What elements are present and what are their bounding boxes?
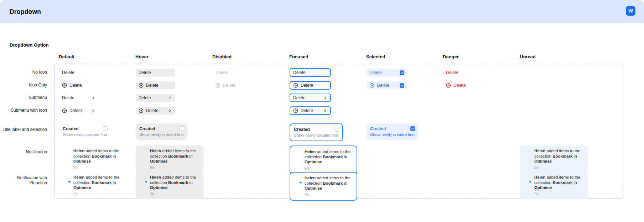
notification-text: Helen added items to the collection Book… bbox=[305, 149, 354, 171]
section-label: Dropdown Option bbox=[10, 42, 49, 48]
menu-item-icon-focused[interactable]: Delete bbox=[290, 81, 331, 90]
heart-reaction-icon bbox=[298, 180, 303, 185]
checkbox-checked[interactable] bbox=[400, 83, 404, 88]
arrow-right-circle-icon bbox=[139, 108, 144, 113]
menu-item-icon-hover[interactable]: Delete bbox=[136, 81, 175, 89]
menu-item-label: Delete bbox=[215, 70, 228, 75]
menu-item-no-icon-hover[interactable]: Delete bbox=[136, 69, 175, 76]
menu-item-icon-disabled: Delete bbox=[213, 81, 252, 89]
notification-text: Helen added items to the collection Book… bbox=[150, 175, 201, 196]
menu-item-icon-selected[interactable]: Delete bbox=[367, 81, 407, 89]
avatar bbox=[139, 175, 147, 183]
option-subtitle: Show newly created first bbox=[63, 132, 107, 137]
notification-text: Helen added items to the collection Book… bbox=[73, 148, 124, 170]
checkbox-checked[interactable] bbox=[400, 70, 404, 75]
menu-item-submenu-default[interactable]: Delete bbox=[59, 94, 98, 102]
column-header-default: Default bbox=[59, 54, 74, 59]
notification-unread[interactable]: Helen added items to the collection Book… bbox=[520, 146, 588, 173]
menu-item-no-icon-danger[interactable]: Delete bbox=[443, 69, 482, 76]
option-title: Created bbox=[139, 126, 184, 131]
notification-time: 9h bbox=[73, 165, 124, 170]
column-header-focused: Focused bbox=[289, 54, 308, 59]
avatar bbox=[139, 148, 147, 157]
column-header-danger: Danger bbox=[443, 54, 459, 59]
checkbox-unchecked[interactable] bbox=[180, 126, 184, 131]
logo-letter: W bbox=[628, 8, 633, 14]
notification-reaction-focused[interactable]: Helen added items to the collection Book… bbox=[290, 172, 357, 201]
avatar bbox=[62, 175, 71, 183]
notification-hover[interactable]: Helen added items to the collection Book… bbox=[136, 146, 203, 173]
option-subtitle: Show newly created first bbox=[294, 133, 339, 137]
arrow-right-circle-icon bbox=[293, 83, 298, 88]
arrow-right-circle-icon bbox=[369, 83, 374, 88]
title-selection-focused[interactable]: Created Show newly created first bbox=[290, 123, 343, 141]
menu-item-submenu-icon-focused[interactable]: Delete bbox=[290, 106, 331, 115]
page-title: Dropdown bbox=[10, 8, 41, 16]
notification-text: Helen added items to the collection Book… bbox=[534, 148, 585, 170]
heart-reaction-icon bbox=[67, 180, 72, 184]
avatar bbox=[293, 175, 302, 184]
row-label-submenu: Submenu bbox=[0, 95, 47, 100]
row-label-no-icon: No Icon bbox=[0, 70, 47, 75]
menu-item-label: Delete bbox=[377, 83, 389, 88]
notification-time: 9h bbox=[150, 191, 201, 197]
menu-item-no-icon-default[interactable]: Delete bbox=[59, 69, 98, 76]
menu-item-label: Delete bbox=[223, 83, 235, 88]
arrow-right-circle-icon bbox=[293, 108, 298, 113]
row-label-notification: Notification bbox=[0, 149, 47, 154]
notification-reaction-hover[interactable]: Helen added items to the collection Book… bbox=[136, 172, 203, 199]
component-canvas: Delete Delete Delete Delete Created Show… bbox=[54, 64, 623, 199]
menu-item-no-icon-selected[interactable]: Delete bbox=[367, 69, 407, 76]
notification-text: Helen added items to the collection Book… bbox=[305, 175, 354, 197]
menu-item-no-icon-focused[interactable]: Delete bbox=[290, 68, 331, 77]
title-selection-hover[interactable]: Created Show newly created first bbox=[136, 123, 187, 140]
menu-item-label: Delete bbox=[301, 83, 313, 88]
chevron-right-icon bbox=[91, 109, 95, 113]
menu-item-submenu-icon-hover[interactable]: Delete bbox=[136, 107, 175, 115]
notification-time: 9h bbox=[73, 191, 124, 197]
checkbox-checked[interactable] bbox=[410, 126, 415, 131]
menu-item-submenu-focused[interactable]: Delete bbox=[290, 94, 331, 102]
menu-item-label: Delete bbox=[293, 95, 306, 100]
notification-reaction-unread[interactable]: Helen added items to the collection Book… bbox=[520, 172, 588, 199]
menu-item-label: Delete bbox=[62, 70, 74, 75]
option-subtitle: Show newly created first bbox=[139, 132, 184, 137]
menu-item-label: Delete bbox=[146, 108, 159, 113]
menu-item-label: Delete bbox=[146, 83, 159, 88]
chevron-right-icon bbox=[91, 96, 95, 100]
notification-default[interactable]: Helen added items to the collection Book… bbox=[59, 146, 127, 173]
menu-item-submenu-hover[interactable]: Delete bbox=[136, 94, 175, 102]
arrow-right-circle-icon bbox=[215, 83, 220, 88]
menu-item-icon-default[interactable]: Delete bbox=[59, 81, 98, 89]
notification-text: Helen added items to the collection Book… bbox=[73, 175, 124, 196]
option-subtitle: Show newly created first bbox=[370, 132, 415, 137]
option-title: Created bbox=[294, 127, 339, 132]
checkbox-unchecked[interactable] bbox=[334, 127, 339, 132]
menu-item-submenu-icon-default[interactable]: Delete bbox=[59, 107, 98, 115]
column-header-unread: Unread bbox=[520, 54, 536, 59]
menu-item-label: Delete bbox=[453, 83, 466, 88]
notification-text: Helen added items to the collection Book… bbox=[150, 148, 201, 170]
chevron-right-icon bbox=[323, 96, 327, 100]
dropdown-showcase-page: Dropdown W Dropdown Option Default Hover… bbox=[0, 0, 644, 222]
row-label-title-selection: Title label and selection bbox=[0, 127, 47, 132]
menu-item-label: Delete bbox=[62, 95, 74, 100]
avatar bbox=[523, 148, 531, 157]
heart-reaction-icon bbox=[528, 180, 533, 184]
notification-text: Helen added items to the collection Book… bbox=[534, 175, 585, 196]
notification-reaction-default[interactable]: Helen added items to the collection Book… bbox=[59, 172, 127, 199]
chevron-right-icon bbox=[168, 109, 172, 113]
menu-item-label: Delete bbox=[446, 70, 458, 75]
menu-item-label: Delete bbox=[139, 70, 151, 75]
title-selection-default[interactable]: Created Show newly created first bbox=[59, 123, 111, 140]
title-selection-selected[interactable]: Created Show newly created first bbox=[367, 123, 418, 140]
chevron-right-icon bbox=[323, 109, 327, 113]
chevron-right-icon bbox=[168, 96, 172, 100]
column-header-hover: Hover bbox=[135, 54, 149, 59]
menu-item-label: Delete bbox=[293, 70, 306, 75]
checkbox-unchecked[interactable] bbox=[103, 126, 108, 131]
row-label-icon-only: Icon Only bbox=[0, 83, 47, 88]
notification-time: 9h bbox=[305, 192, 354, 197]
menu-item-icon-danger[interactable]: Delete bbox=[443, 81, 482, 89]
notification-focused[interactable]: Helen added items to the collection Book… bbox=[290, 146, 357, 174]
